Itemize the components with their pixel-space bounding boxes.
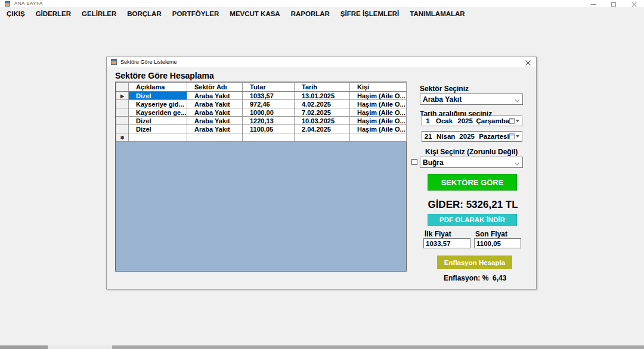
cell-tutar[interactable]: 1220,13 xyxy=(243,117,295,125)
pdf-download-button[interactable]: PDF OLARAK İNDİR xyxy=(428,214,517,226)
cell-aciklama[interactable]: Dizel xyxy=(129,92,187,100)
cell-tarih[interactable]: 7.02.2025 xyxy=(295,108,350,117)
menu-tanimlamalar[interactable]: TANIMLAMALAR xyxy=(404,10,470,17)
app-icon xyxy=(5,1,10,7)
table-row[interactable]: Kayseriden ge... Araba Yakıt 1000,00 7.0… xyxy=(116,108,407,117)
cell-sektor[interactable]: Araba Yakıt xyxy=(187,125,243,133)
cell-tarih[interactable]: 13.01.2025 xyxy=(295,92,350,100)
table-row[interactable]: Dizel Araba Yakıt 1100,05 2.04.2025 Haşi… xyxy=(116,125,407,133)
main-window-title: ANA SAYFA xyxy=(14,1,43,6)
grid-corner-cell xyxy=(116,83,129,92)
col-header-sektor-adi[interactable]: Sektör Adı xyxy=(187,83,243,92)
expenses-grid[interactable]: Açıklama Sektör Adı Tutar Tarih Kişi ▶ D… xyxy=(115,82,407,272)
main-title-bar: ANA SAYFA xyxy=(0,0,644,7)
dropdown-arrow-icon xyxy=(516,135,519,138)
cell-aciklama[interactable]: Dizel xyxy=(129,125,187,133)
date-from-weekday: Çarşamba xyxy=(476,117,509,124)
maximize-icon xyxy=(611,2,616,7)
table-row[interactable]: Kayseriye gid... Araba Yakıt 972,46 4.02… xyxy=(116,100,407,108)
menu-cikis[interactable]: ÇIKIŞ xyxy=(1,10,30,17)
person-checkbox[interactable] xyxy=(411,159,417,165)
cell-aciklama[interactable]: Dizel xyxy=(129,117,187,125)
dialog-close-button[interactable] xyxy=(524,59,531,66)
sector-select-label: Sektör Seçiniz xyxy=(420,85,469,93)
menu-mevcut-kasa[interactable]: MEVCUT KASA xyxy=(224,10,285,17)
dialog-close-icon xyxy=(525,60,531,66)
cell-tutar[interactable]: 1033,57 xyxy=(243,92,295,100)
cell-aciklama[interactable]: Kayseriye gid... xyxy=(129,100,187,108)
dialog-title: Sektöre Göre Listeleme xyxy=(120,59,177,65)
expenses-table: Açıklama Sektör Adı Tutar Tarih Kişi ▶ D… xyxy=(116,82,407,142)
cell-kisi[interactable]: Haşim (Aile O... xyxy=(350,108,407,117)
menu-raporlar[interactable]: RAPORLAR xyxy=(286,10,335,17)
col-header-aciklama[interactable]: Açıklama xyxy=(129,83,187,92)
date-from-picker[interactable]: 1 Ocak 2025 Çarşamba xyxy=(422,116,522,126)
grid-header-row: Açıklama Sektör Adı Tutar Tarih Kişi xyxy=(116,83,407,92)
first-price-input[interactable] xyxy=(423,238,470,248)
calendar-icon[interactable] xyxy=(509,133,515,139)
taskbar-edge xyxy=(0,345,644,349)
row-current-marker: ▶ xyxy=(116,92,129,100)
chevron-down-icon xyxy=(515,98,520,102)
col-header-kisi[interactable]: Kişi xyxy=(350,83,407,92)
cell-sektor[interactable]: Araba Yakıt xyxy=(187,108,243,117)
date-from-month: Ocak xyxy=(434,117,457,124)
date-to-picker[interactable]: 21 Nisan 2025 Pazartesi xyxy=(422,131,522,142)
date-to-month: Nisan xyxy=(434,133,459,140)
calendar-icon[interactable] xyxy=(509,118,515,124)
person-select-label: Kişi Seçiniz (Zorunlu Değil) xyxy=(425,148,518,156)
cell-kisi[interactable]: Haşim (Aile O... xyxy=(350,92,407,100)
close-icon xyxy=(631,2,637,7)
cell-sektor[interactable]: Araba Yakıt xyxy=(187,100,243,108)
taskbar-segment xyxy=(48,345,112,349)
inflation-result-text: Enflasyon: % 6,43 xyxy=(444,274,506,282)
cell-sektor[interactable]: Araba Yakıt xyxy=(187,117,243,125)
col-header-tutar[interactable]: Tutar xyxy=(243,83,295,92)
dialog-title-bar[interactable]: Sektöre Göre Listeleme xyxy=(107,57,536,67)
date-from-year: 2025 xyxy=(457,117,476,124)
sektore-gore-button[interactable]: SEKTÖRE GÖRE xyxy=(428,174,517,191)
table-new-row[interactable]: ✱ xyxy=(116,133,407,142)
sector-select-combobox[interactable]: Araba Yakıt xyxy=(420,94,523,105)
chevron-down-icon xyxy=(515,161,520,166)
menu-portfoyler[interactable]: PORTFÖYLER xyxy=(167,10,225,17)
cell-sektor[interactable]: Araba Yakıt xyxy=(187,92,243,100)
person-selected-value: Buğra xyxy=(423,158,444,167)
gider-total-text: GİDER: 5326,21 TL xyxy=(420,199,526,211)
cell-tarih[interactable]: 4.02.2025 xyxy=(295,100,350,108)
new-row-marker: ✱ xyxy=(116,133,129,142)
date-from-day: 1 xyxy=(422,117,434,124)
taskbar-segment xyxy=(0,345,48,349)
table-row[interactable]: ▶ Dizel Araba Yakıt 1033,57 13.01.2025 H… xyxy=(116,92,407,100)
cell-kisi[interactable]: Haşim (Aile O... xyxy=(350,125,407,133)
last-price-label: Son Fiyat xyxy=(475,230,507,238)
cell-kisi[interactable]: Haşim (Aile O... xyxy=(350,100,407,108)
minimize-icon xyxy=(591,4,596,5)
dialog-heading: Sektöre Göre Hesaplama xyxy=(115,71,214,80)
cell-tarih[interactable]: 10.03.2025 xyxy=(295,117,350,125)
cell-tutar[interactable]: 1000,00 xyxy=(243,108,295,117)
date-to-day: 21 xyxy=(422,133,434,140)
cell-aciklama[interactable]: Kayseriden ge... xyxy=(129,108,187,117)
col-header-tarih[interactable]: Tarih xyxy=(295,83,350,92)
menu-bar: ÇIKIŞ GİDERLER GELİRLER BORÇLAR PORTFÖYL… xyxy=(0,7,644,20)
person-select-combobox[interactable]: Buğra xyxy=(420,157,523,168)
dialog-icon xyxy=(111,59,117,65)
table-row[interactable]: Dizel Araba Yakıt 1220,13 10.03.2025 Haş… xyxy=(116,117,407,125)
inflation-calculate-button[interactable]: Enflasyon Hesapla xyxy=(437,255,512,269)
dropdown-arrow-icon xyxy=(516,120,519,122)
cell-tarih[interactable]: 2.04.2025 xyxy=(295,125,350,133)
menu-gelirler[interactable]: GELİRLER xyxy=(76,10,122,17)
cell-tutar[interactable]: 972,46 xyxy=(243,100,295,108)
last-price-input[interactable] xyxy=(474,238,521,248)
date-to-year: 2025 xyxy=(459,133,479,140)
menu-giderler[interactable]: GİDERLER xyxy=(30,10,76,17)
menu-sifre-islemleri[interactable]: ŞİFRE İŞLEMLERİ xyxy=(335,10,404,17)
sector-selected-value: Araba Yakıt xyxy=(423,95,462,104)
menu-borclar[interactable]: BORÇLAR xyxy=(122,10,167,17)
date-to-weekday: Pazartesi xyxy=(479,133,509,140)
cell-tutar[interactable]: 1100,05 xyxy=(243,125,295,133)
first-price-label: İlk Fiyat xyxy=(425,230,451,238)
cell-kisi[interactable]: Haşim (Aile O... xyxy=(350,117,407,125)
dialog-sektore-gore-listeleme: Sektöre Göre Listeleme Sektöre Göre Hesa… xyxy=(106,57,537,289)
